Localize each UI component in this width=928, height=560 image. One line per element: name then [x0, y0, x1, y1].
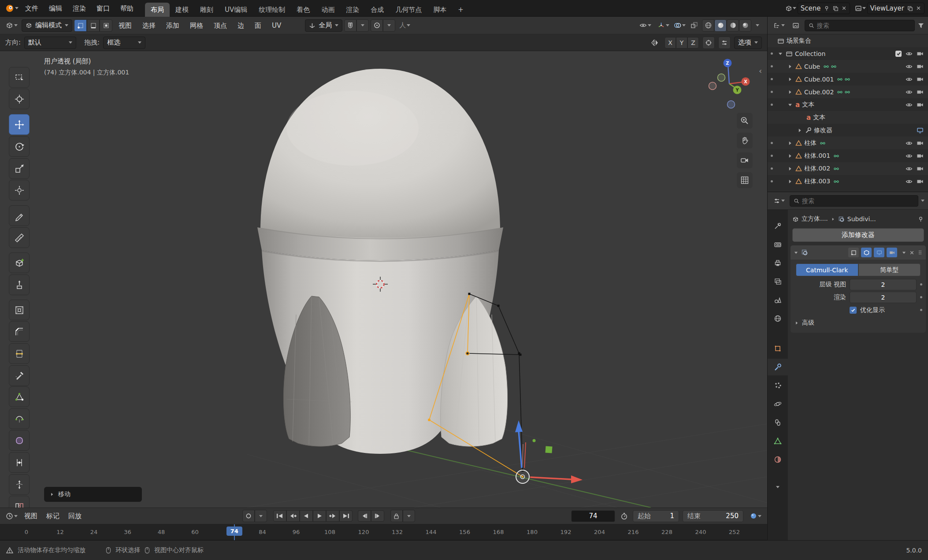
tool-poly-build[interactable]	[9, 386, 30, 407]
playhead[interactable]: 74	[226, 524, 242, 540]
shading-solid-button[interactable]	[714, 19, 727, 32]
props-tab-data[interactable]	[768, 433, 788, 449]
caret-down-icon[interactable]	[777, 51, 783, 57]
render-camera-icon[interactable]	[917, 76, 924, 83]
timeline-editor-type-button[interactable]	[4, 510, 20, 522]
tool-cursor[interactable]	[9, 89, 30, 109]
render-camera-icon[interactable]	[917, 101, 924, 108]
editor-type-button[interactable]	[4, 19, 20, 32]
gizmo-x-arrow[interactable]	[530, 477, 571, 479]
snap-base-button[interactable]	[702, 37, 715, 49]
camera-view-button[interactable]	[737, 152, 753, 168]
tool-edge-slide[interactable]	[9, 452, 30, 473]
close-icon[interactable]	[916, 5, 921, 11]
workspace-tab-layout[interactable]: 布局	[145, 3, 170, 17]
hide-eye-icon[interactable]	[906, 152, 913, 159]
properties-editor-type-button[interactable]	[771, 195, 787, 207]
menu-file[interactable]: 文件	[20, 0, 44, 17]
gizmos-toggle[interactable]	[655, 19, 672, 32]
props-tab-particles[interactable]	[768, 377, 788, 394]
play-reverse-button[interactable]	[300, 510, 313, 522]
workspace-tab-compositing[interactable]: 合成	[365, 3, 390, 17]
breadcrumb-object[interactable]: 立方体....	[802, 215, 828, 223]
menu-edit[interactable]: 编辑	[44, 0, 67, 17]
viewlayer-browse-button[interactable]	[854, 3, 867, 14]
tool-smooth[interactable]	[9, 430, 30, 451]
tool-transform[interactable]	[9, 180, 30, 200]
menu-view[interactable]: 视图	[114, 17, 136, 34]
props-tab-scene[interactable]	[768, 292, 788, 308]
toggle-edit-mode-display[interactable]	[848, 248, 859, 257]
mirror-x-toggle[interactable]: X	[664, 37, 676, 48]
workspace-tab-animation[interactable]: 动画	[316, 3, 340, 17]
tool-box-select[interactable]	[9, 67, 30, 88]
outliner-row-text-data[interactable]: a 文本	[768, 111, 928, 124]
menu-select[interactable]: 选择	[138, 17, 160, 34]
outliner-row-cylinder003[interactable]: 柱体.003	[768, 175, 928, 188]
caret-right-icon[interactable]	[787, 63, 793, 70]
gizmo-y-handle[interactable]	[545, 446, 552, 453]
active-vertex[interactable]	[466, 352, 469, 355]
animate-dot[interactable]	[920, 309, 922, 311]
workspace-tab-rendering[interactable]: 渲染	[340, 3, 365, 17]
shading-wireframe-button[interactable]	[702, 19, 714, 32]
prev-frame-button[interactable]	[358, 510, 371, 522]
outliner-row-cube002[interactable]: Cube.002	[768, 85, 928, 98]
props-tab-viewlayer[interactable]	[768, 273, 788, 290]
catmull-clark-button[interactable]: Catmull-Clark	[796, 263, 858, 276]
tool-shrink-fatten[interactable]	[9, 474, 30, 495]
levels-render-field[interactable]: 2	[850, 292, 917, 303]
outliner-search[interactable]	[805, 20, 915, 31]
props-tab-material[interactable]	[768, 451, 788, 468]
proportional-size-button[interactable]	[718, 37, 731, 49]
caret-right-icon[interactable]	[787, 76, 793, 82]
menu-add[interactable]: 添加	[162, 17, 184, 34]
scene-browse-button[interactable]	[784, 3, 798, 14]
options-dropdown[interactable]: 选项	[734, 37, 762, 49]
play-button[interactable]	[313, 510, 326, 522]
timeline-ruler[interactable]: 0 12 24 36 48 60 84 96 108 120 132 144 1…	[0, 524, 767, 540]
proportional-options-button[interactable]	[383, 19, 395, 32]
menu-face[interactable]: 面	[250, 17, 266, 34]
levels-viewport-field[interactable]: 2	[850, 279, 917, 290]
tool-annotate[interactable]	[9, 205, 30, 226]
grid-view-button[interactable]	[737, 172, 753, 188]
filter-funnel-icon[interactable]	[917, 22, 924, 29]
direction-dropdown[interactable]: 默认	[24, 37, 76, 49]
scene-sync-button[interactable]	[748, 510, 764, 522]
render-camera-icon[interactable]	[917, 50, 924, 57]
advanced-caret-icon[interactable]	[794, 320, 799, 326]
frame-start-field[interactable]: 起始 1	[633, 510, 679, 522]
close-icon[interactable]	[841, 5, 847, 11]
add-workspace-button[interactable]: +	[452, 3, 469, 17]
props-tab-render[interactable]	[768, 236, 788, 253]
props-tab-constraints[interactable]	[768, 414, 788, 431]
toggle-render-display[interactable]	[887, 248, 897, 257]
vertex-select-button[interactable]	[74, 19, 87, 32]
tool-loop-cut[interactable]	[9, 343, 30, 364]
overlays-toggle[interactable]	[672, 19, 688, 32]
pin-icon[interactable]	[917, 216, 924, 223]
outliner-row-cube[interactable]: Cube	[768, 60, 928, 73]
pin-icon[interactable]	[824, 5, 830, 11]
render-camera-icon[interactable]	[917, 63, 924, 70]
menu-help[interactable]: 帮助	[115, 0, 139, 17]
tool-spin[interactable]	[9, 408, 30, 429]
frame-end-field[interactable]: 结束 250	[683, 510, 743, 522]
jump-to-start-button[interactable]	[273, 510, 286, 522]
navigation-gizmo[interactable]: Z X Y	[709, 59, 750, 108]
workspace-tab-geometry-nodes[interactable]: 几何节点	[390, 3, 427, 17]
xray-toggle[interactable]	[688, 19, 700, 32]
collection-checkbox[interactable]	[895, 51, 902, 57]
timeline-menu-view[interactable]: 视图	[20, 507, 42, 525]
use-preview-range-toggle[interactable]	[618, 510, 630, 522]
tool-extrude[interactable]	[9, 274, 30, 295]
prev-keyframe-button[interactable]	[286, 510, 300, 522]
caret-right-icon[interactable]	[787, 140, 793, 146]
viewlayer-selector[interactable]: ViewLayer	[867, 3, 924, 14]
pan-hand-button[interactable]	[737, 133, 753, 148]
props-tab-object[interactable]	[768, 340, 788, 357]
render-camera-icon[interactable]	[917, 152, 924, 159]
add-modifier-button[interactable]: 添加修改器	[792, 228, 924, 242]
advanced-label[interactable]: 高级	[802, 319, 814, 327]
